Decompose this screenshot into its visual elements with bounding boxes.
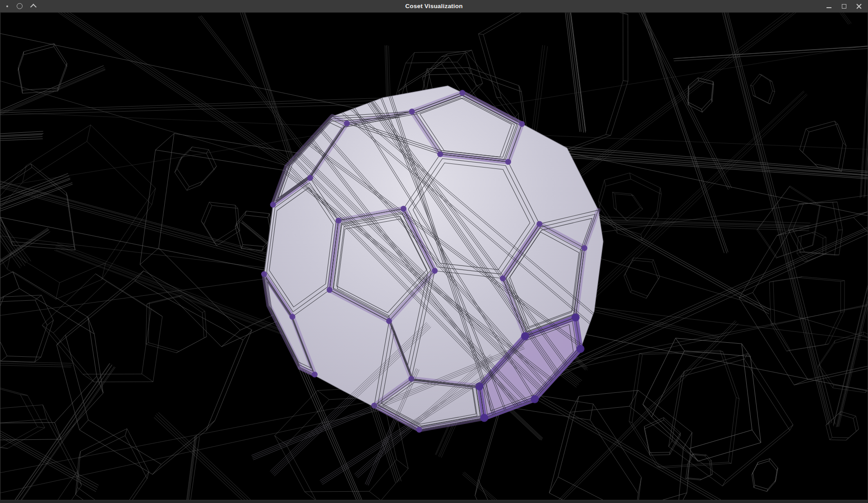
maximize-icon bbox=[842, 4, 846, 9]
window-title: Coset Visualization bbox=[0, 0, 868, 12]
circle-icon[interactable] bbox=[17, 3, 23, 9]
window-left-border bbox=[0, 12, 0, 500]
close-button[interactable] bbox=[856, 3, 862, 9]
viewport[interactable] bbox=[0, 12, 868, 500]
window-controls bbox=[826, 0, 868, 12]
minimize-button[interactable] bbox=[826, 3, 832, 9]
minimize-icon bbox=[826, 7, 831, 8]
window-bottom-border bbox=[0, 500, 868, 503]
window-titlebar: Coset Visualization bbox=[0, 0, 868, 13]
titlebar-left-icons bbox=[0, 0, 36, 12]
app-window: Coset Visualization bbox=[0, 0, 868, 503]
chevron-up-icon[interactable] bbox=[30, 4, 37, 10]
maximize-button[interactable] bbox=[841, 3, 847, 9]
dot-indicator-icon bbox=[6, 5, 8, 7]
viz-canvas[interactable] bbox=[0, 12, 868, 500]
